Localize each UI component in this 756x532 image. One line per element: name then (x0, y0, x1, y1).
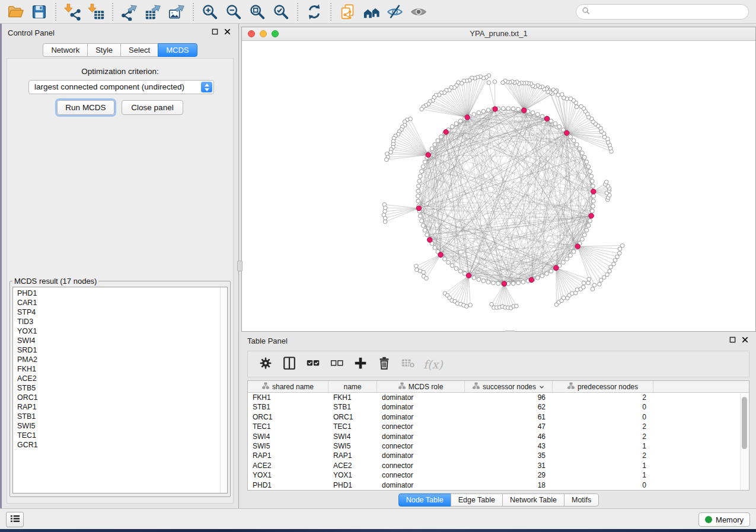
float-window-icon[interactable] (212, 28, 218, 35)
zoom-fit-button[interactable] (245, 2, 269, 22)
table-cell: dominator (377, 402, 465, 412)
deselect-all-button[interactable] (326, 354, 347, 375)
table-scrollbar[interactable] (740, 393, 748, 490)
table-tab-network-table[interactable]: Network Table (502, 493, 564, 507)
network-graph[interactable] (242, 41, 755, 331)
minimize-window-light[interactable] (260, 30, 267, 37)
network-canvas[interactable] (242, 41, 755, 331)
hide-selected-button[interactable] (383, 2, 407, 22)
mcds-result-item[interactable]: FKH1 (17, 364, 227, 374)
task-history-button[interactable] (6, 512, 24, 527)
table-row[interactable]: STB1STB1dominator620 (248, 402, 749, 412)
delete-table-button[interactable] (397, 354, 419, 375)
mcds-result-item[interactable]: TID3 (17, 317, 227, 326)
table-scrollbar-thumb[interactable] (742, 397, 747, 449)
mcds-result-item[interactable]: STB1 (17, 412, 227, 421)
zoom-out-button[interactable] (222, 2, 245, 22)
first-neighbors-button[interactable] (359, 2, 383, 22)
table-row[interactable]: FKH1FKH1dominator962 (248, 393, 749, 402)
table-row[interactable]: SWI4SWI4dominator462 (248, 432, 749, 441)
table-cell: 2 (553, 432, 653, 441)
table-tab-motifs[interactable]: Motifs (564, 493, 599, 507)
tab-style[interactable]: Style (87, 43, 121, 57)
close-window-light[interactable] (248, 30, 255, 37)
save-session-button[interactable] (27, 2, 51, 22)
table-row[interactable]: RAP1RAP1dominator352 (248, 451, 749, 460)
toolbar-separator (330, 3, 331, 21)
table-cell: 31 (465, 461, 553, 470)
mcds-result-list[interactable]: PHD1CAR1STP4TID3YOX1SWI4SRD1PMA2FKH1ACE2… (12, 287, 228, 493)
mcds-result-item[interactable]: SWI5 (17, 421, 227, 431)
column-header-successor-nodes[interactable]: successor nodes (465, 381, 553, 392)
column-header-name[interactable]: name (328, 381, 377, 392)
gear-button[interactable] (255, 354, 276, 375)
export-table-button[interactable] (141, 2, 165, 22)
close-panel-button[interactable]: Close panel (122, 100, 183, 115)
node-table[interactable]: shared namenameMCDS rolesuccessor nodesp… (247, 380, 749, 491)
import-table-button[interactable] (84, 2, 108, 22)
first-neighbors-icon (362, 3, 380, 21)
mcds-result-item[interactable]: YOX1 (17, 326, 227, 336)
mcds-result-item[interactable]: STP4 (17, 307, 227, 317)
table-close-panel-icon[interactable] (742, 336, 748, 343)
column-header-MCDS-role[interactable]: MCDS role (377, 381, 465, 392)
mcds-result-item[interactable]: ACE2 (17, 374, 227, 383)
mcds-result-scrollbar[interactable] (220, 287, 227, 493)
close-panel-icon[interactable] (224, 28, 231, 35)
network-from-selection-button[interactable] (336, 2, 359, 22)
table-row[interactable]: SWI5SWI5connector431 (248, 441, 749, 451)
zoom-selected-button[interactable] (269, 2, 293, 22)
apply-layout-button[interactable] (302, 2, 326, 22)
import-network-button[interactable] (60, 2, 84, 22)
zoom-in-button[interactable] (198, 2, 222, 22)
search-input[interactable] (593, 6, 748, 18)
delete-row-button[interactable] (374, 354, 395, 375)
table-row[interactable]: TEC1TEC1connector472 (248, 422, 749, 431)
table-row[interactable]: PHD1PHD1dominator180 (248, 480, 749, 490)
column-header-shared-name[interactable]: shared name (248, 381, 328, 392)
tab-mcds[interactable]: MCDS (158, 43, 197, 57)
mcds-result-item[interactable]: PHD1 (17, 289, 227, 298)
mcds-result-item[interactable]: CAR1 (17, 298, 227, 307)
add-row-icon (353, 355, 368, 373)
vertical-splitter-grip[interactable] (237, 261, 243, 271)
table-cell: 61 (465, 412, 553, 422)
table-cell: ORC1 (248, 412, 328, 422)
mcds-result-item[interactable]: STB5 (17, 383, 227, 393)
table-cell: FKH1 (248, 393, 328, 402)
add-row-button[interactable] (350, 354, 371, 375)
function-builder-button[interactable]: f(x) (423, 358, 443, 371)
table-row[interactable]: ORC1ORC1dominator610 (248, 412, 749, 422)
mcds-result-item[interactable]: ORC1 (17, 393, 227, 402)
mcds-result-item[interactable]: TEC1 (17, 431, 227, 440)
export-image-button[interactable] (165, 2, 189, 22)
show-all-button[interactable] (407, 2, 430, 22)
column-header-predecessor-nodes[interactable]: predecessor nodes (553, 381, 653, 392)
maximize-window-light[interactable] (272, 30, 279, 37)
tab-select[interactable]: Select (120, 43, 158, 57)
zoom-fit-icon (248, 3, 266, 21)
table-tab-edge-table[interactable]: Edge Table (451, 493, 503, 507)
columns-button[interactable] (279, 354, 300, 375)
export-network-button[interactable] (117, 2, 141, 22)
open-file-button[interactable] (4, 2, 27, 22)
table-row[interactable]: ACE2ACE2connector311 (248, 461, 749, 470)
mcds-result-item[interactable]: SRD1 (17, 345, 227, 355)
tab-network[interactable]: Network (43, 43, 88, 57)
mcds-result-item[interactable]: SWI4 (17, 336, 227, 345)
table-tab-node-table[interactable]: Node Table (398, 493, 451, 507)
mcds-result-item[interactable]: GCR1 (17, 440, 227, 450)
memory-button[interactable]: Memory (698, 512, 750, 527)
table-toolbar: f(x) (247, 351, 749, 377)
table-cell: 46 (465, 432, 553, 441)
network-window-titlebar[interactable]: YPA_prune.txt_1 (242, 27, 755, 41)
select-all-button[interactable] (302, 354, 324, 375)
table-row[interactable]: YOX1YOX1connector291 (248, 470, 749, 480)
search-box[interactable] (576, 4, 749, 20)
table-float-window-icon[interactable] (729, 336, 736, 343)
mcds-result-item[interactable]: PMA2 (17, 355, 227, 364)
mcds-result-item[interactable]: RAP1 (17, 402, 227, 412)
network-window-title: YPA_prune.txt_1 (242, 27, 755, 40)
run-mcds-button[interactable]: Run MCDS (57, 100, 114, 115)
optimization-criterion-select[interactable]: largest connected component (undirected) (28, 80, 214, 94)
